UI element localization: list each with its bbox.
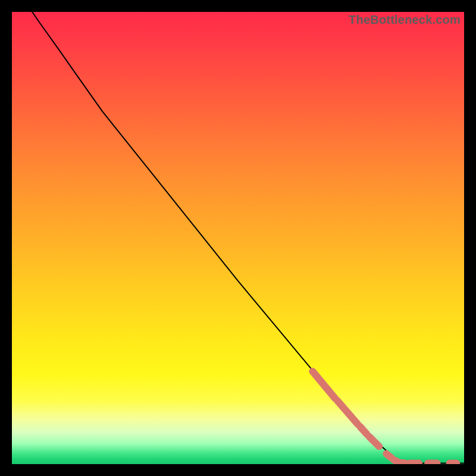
highlight-dash [312,371,335,399]
highlight-dash [386,454,392,459]
plot-area: TheBottleneck.com [12,12,464,464]
highlight-dash [375,443,379,447]
highlight-dash [337,401,358,425]
chart-stage: TheBottleneck.com [0,0,476,476]
highlight-dash [401,463,406,464]
curve-layer [12,12,464,464]
highlight-dash [394,460,397,462]
main-curve [32,12,464,463]
highlight-dash [360,427,367,434]
